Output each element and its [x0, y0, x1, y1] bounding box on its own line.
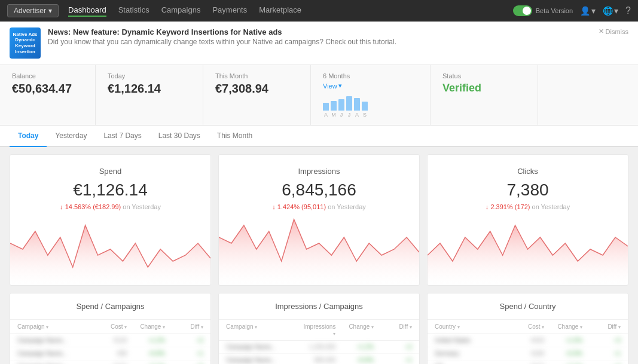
- cell-campaign: Campaign Name...: [17, 337, 89, 344]
- col-header-change[interactable]: Change ▾: [547, 323, 582, 330]
- bar-0: [323, 103, 329, 111]
- help-button[interactable]: ?: [625, 5, 631, 16]
- col-header-diff[interactable]: Diff ▾: [376, 323, 412, 337]
- col-header-cost[interactable]: Cost ▾: [91, 323, 127, 330]
- change-suffix: on Yesterday: [123, 203, 161, 210]
- user-menu-button[interactable]: 👤 ▾: [580, 6, 596, 16]
- tab-this-month[interactable]: This Month: [209, 126, 261, 147]
- col-header-diff[interactable]: Diff ▾: [167, 323, 203, 330]
- news-title: News: New feature: Dynamic Keyword Inser…: [48, 27, 628, 36]
- nav-dashboard[interactable]: Dashboard: [68, 5, 106, 17]
- balance-value: €50,634.47: [12, 82, 83, 96]
- today-label: Today: [108, 72, 191, 79]
- sparkline: [219, 213, 419, 285]
- table-card-1: Impressions / Campaigns Campaign ▾ Impre…: [218, 293, 420, 364]
- dismiss-button[interactable]: ✕ Dismiss: [599, 27, 629, 35]
- nav-links: Dashboard Statistics Campaigns Payments …: [68, 5, 503, 17]
- this-month-label: This Month: [215, 72, 298, 79]
- cell-diff: +1: [376, 357, 412, 363]
- beta-toggle: Beta Version: [513, 5, 573, 16]
- table-card-0: Spend / Campaigns Campaign ▾ Cost ▾ Chan…: [10, 293, 211, 364]
- change-suffix: on Yesterday: [328, 203, 366, 210]
- table-card-title: Spend / Country: [428, 293, 628, 320]
- dismiss-label: Dismiss: [606, 28, 629, 35]
- metric-value: €1,126.14: [22, 181, 199, 200]
- chevron-down-icon: ▾: [48, 7, 52, 15]
- cell-change: +0.8%: [129, 350, 165, 357]
- tab-today[interactable]: Today: [10, 126, 47, 147]
- sparkline: [428, 213, 628, 285]
- cell-diff: +2: [167, 337, 203, 344]
- tab-last-7-days[interactable]: Last 7 Days: [95, 126, 149, 147]
- today-card: Today €1,126.14: [96, 65, 203, 125]
- col-header-cost[interactable]: Cost ▾: [509, 323, 545, 330]
- nav-payments[interactable]: Payments: [212, 5, 247, 17]
- metric-cards: Spend €1,126.14 ↓ 14.563% (€182.99) on Y…: [10, 154, 628, 286]
- news-icon: Native AdsDynamic KeywordInsertion: [10, 27, 41, 59]
- col-header-campaign[interactable]: Campaign ▾: [226, 323, 298, 337]
- table-row: Germany €180 +0.9% +1: [428, 347, 628, 360]
- status-value: Verified: [442, 82, 526, 94]
- bar-5: [362, 102, 368, 111]
- nav-campaigns[interactable]: Campaigns: [161, 5, 201, 17]
- svg-marker-1: [219, 219, 419, 285]
- six-months-card: 6 Months View ▾ AMJJAS: [311, 65, 431, 125]
- table-header: Campaign ▾ Cost ▾ Change ▾ Diff ▾: [10, 320, 210, 334]
- cell-change: +0.8%: [338, 357, 374, 363]
- chart-label: S: [362, 112, 368, 118]
- col-header-cost[interactable]: Impressions ▾: [300, 323, 336, 337]
- col-header-change[interactable]: Change ▾: [338, 323, 374, 337]
- cell-diff: +3: [585, 337, 621, 344]
- balance-card: Balance €50,634.47: [0, 65, 96, 125]
- lang-chevron-icon: ▾: [614, 6, 618, 16]
- bar-2: [338, 99, 344, 111]
- user-chevron-icon: ▾: [591, 6, 596, 16]
- table-row: Campaign Name... 1,200,000 +1.2% +2: [219, 341, 419, 354]
- cell-change: +0.9%: [547, 350, 582, 357]
- cell-change: +1.2%: [129, 337, 165, 344]
- table-row: Campaign Name... €98 +0.8% +1: [10, 347, 210, 360]
- metric-title: Clicks: [439, 167, 616, 176]
- bar-1: [331, 101, 337, 111]
- tab-last-30-days[interactable]: Last 30 Days: [150, 126, 209, 147]
- col-header-change[interactable]: Change ▾: [129, 323, 165, 330]
- chart-labels: AMJJAS: [323, 112, 418, 118]
- beta-label: Beta Version: [536, 7, 573, 14]
- advertiser-button[interactable]: Advertiser ▾: [7, 4, 59, 17]
- view-link[interactable]: View ▾: [323, 82, 418, 90]
- nav-statistics[interactable]: Statistics: [118, 5, 149, 17]
- news-description: Did you know that you can dynamically ch…: [48, 38, 628, 46]
- chart-label: A: [354, 112, 360, 118]
- tab-yesterday[interactable]: Yesterday: [47, 126, 95, 147]
- stats-row: Balance €50,634.47 Today €1,126.14 This …: [0, 65, 638, 126]
- metric-title: Impressions: [231, 167, 407, 176]
- nav-marketplace[interactable]: Marketplace: [259, 5, 301, 17]
- table-row: Campaign Name... €215 +3.1% +5: [10, 360, 210, 364]
- col-header-campaign[interactable]: Country ▾: [435, 323, 506, 330]
- table-header: Country ▾ Cost ▾ Change ▾ Diff ▾: [428, 320, 628, 334]
- svg-marker-2: [428, 225, 628, 285]
- globe-icon: 🌐: [603, 6, 613, 16]
- beta-toggle-switch[interactable]: [513, 5, 532, 16]
- cell-cost: €120: [91, 337, 127, 344]
- metric-card-1: Impressions 6,845,166 ↓ 1.424% (95,011) …: [218, 154, 420, 286]
- advertiser-label: Advertiser: [14, 7, 46, 15]
- mini-bar-chart: [323, 90, 418, 111]
- cell-campaign: United States: [435, 337, 506, 344]
- language-menu-button[interactable]: 🌐 ▾: [603, 6, 618, 16]
- balance-label: Balance: [12, 72, 83, 79]
- col-header-diff[interactable]: Diff ▾: [585, 323, 621, 330]
- col-header-campaign[interactable]: Campaign ▾: [17, 323, 89, 330]
- svg-marker-0: [10, 225, 210, 285]
- cell-campaign: Campaign Name...: [226, 344, 298, 350]
- metric-change: ↓ 2.391% (172) on Yesterday: [439, 203, 616, 210]
- table-row: UK €210 +2.1% +4: [428, 360, 628, 364]
- sparkline: [10, 213, 210, 285]
- cell-cost: €98: [91, 350, 127, 357]
- news-content: News: New feature: Dynamic Keyword Inser…: [48, 27, 628, 46]
- view-label: View: [323, 82, 337, 90]
- chart-label: A: [323, 112, 329, 118]
- table-header: Campaign ▾ Impressions ▾ Change ▾ Diff ▾: [219, 320, 419, 341]
- cell-diff: +1: [585, 350, 621, 357]
- metric-value: 6,845,166: [231, 181, 407, 200]
